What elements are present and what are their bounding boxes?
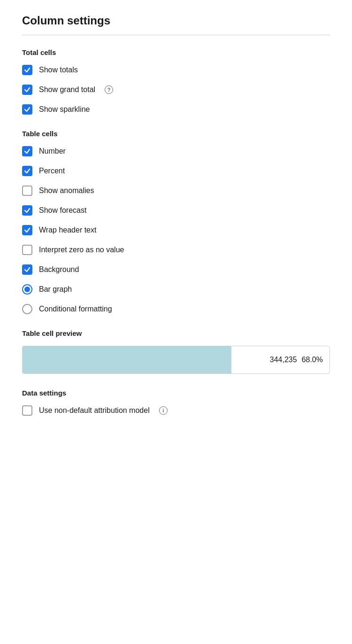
conditional-formatting-row[interactable]: Conditional formatting [22,304,330,314]
bar-graph-radio-inner [24,287,30,292]
show-forecast-checkbox[interactable] [22,205,32,216]
background-checkbox[interactable] [22,264,32,275]
number-row[interactable]: Number [22,146,330,156]
show-anomalies-row[interactable]: Show anomalies [22,186,330,196]
non-default-attribution-row[interactable]: Use non-default attribution model i [22,405,330,416]
table-cells-section: Table cells Number Percent Show anomalie… [22,130,330,314]
show-sparkline-checkbox[interactable] [22,104,32,115]
total-cells-section: Total cells Show totals Show grand total… [22,48,330,115]
wrap-header-text-label: Wrap header text [39,226,96,234]
title-divider [22,35,330,35]
page-title: Column settings [22,14,330,27]
preview-number: 344,235 [270,356,297,364]
bar-graph-radio[interactable] [22,284,32,295]
interpret-zero-row[interactable]: Interpret zero as no value [22,245,330,255]
preview-bar-fill [23,346,231,373]
table-cell-preview-section: Table cell preview 344,235 68.0% [22,329,330,374]
wrap-header-text-row[interactable]: Wrap header text [22,225,330,235]
conditional-formatting-label: Conditional formatting [39,305,112,313]
bar-graph-row[interactable]: Bar graph [22,284,330,295]
show-grand-total-row[interactable]: Show grand total ? [22,85,330,95]
checkmark-icon [24,168,31,174]
interpret-zero-checkbox[interactable] [22,245,32,255]
background-row[interactable]: Background [22,264,330,275]
show-anomalies-label: Show anomalies [39,186,94,195]
show-grand-total-info-icon[interactable]: ? [105,85,113,94]
number-label: Number [39,147,66,155]
percent-label: Percent [39,167,65,175]
checkmark-icon [24,86,31,93]
show-forecast-row[interactable]: Show forecast [22,205,330,216]
non-default-attribution-info-icon[interactable]: i [159,406,168,415]
interpret-zero-label: Interpret zero as no value [39,246,124,254]
wrap-header-text-checkbox[interactable] [22,225,32,235]
show-sparkline-row[interactable]: Show sparkline [22,104,330,115]
show-grand-total-label: Show grand total [39,85,95,94]
show-forecast-label: Show forecast [39,206,86,215]
total-cells-label: Total cells [22,48,330,56]
checkmark-icon [24,148,31,155]
number-checkbox[interactable] [22,146,32,156]
background-label: Background [39,265,79,274]
show-totals-row[interactable]: Show totals [22,65,330,75]
show-sparkline-label: Show sparkline [39,105,90,114]
checkmark-icon [24,266,31,273]
show-totals-checkbox[interactable] [22,65,32,75]
checkmark-icon [24,67,31,73]
data-settings-label: Data settings [22,389,330,397]
preview-value: 344,235 68.0% [231,346,329,373]
checkmark-icon [24,106,31,113]
preview-percent: 68.0% [302,356,323,364]
table-cell-preview-box: 344,235 68.0% [22,346,330,374]
non-default-attribution-label: Use non-default attribution model [39,406,150,415]
show-totals-label: Show totals [39,66,78,74]
table-cell-preview-label: Table cell preview [22,329,330,337]
show-anomalies-checkbox[interactable] [22,186,32,196]
data-settings-section: Data settings Use non-default attributio… [22,389,330,416]
checkmark-icon [24,207,31,214]
conditional-formatting-radio[interactable] [22,304,32,314]
non-default-attribution-checkbox[interactable] [22,405,32,416]
table-cells-label: Table cells [22,130,330,138]
percent-checkbox[interactable] [22,166,32,176]
percent-row[interactable]: Percent [22,166,330,176]
show-grand-total-checkbox[interactable] [22,85,32,95]
checkmark-icon [24,227,31,233]
bar-graph-label: Bar graph [39,285,72,294]
